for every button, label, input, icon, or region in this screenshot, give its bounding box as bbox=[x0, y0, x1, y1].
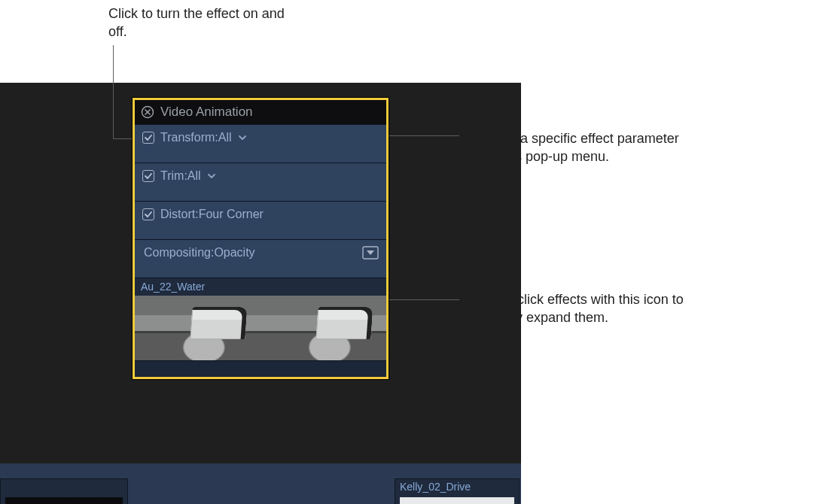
panel-header: Video Animation bbox=[135, 100, 386, 124]
effect-row-transform[interactable]: Transform:All bbox=[135, 124, 386, 162]
effect-label: Transform:All bbox=[160, 131, 232, 144]
checkbox-checked-icon[interactable] bbox=[142, 170, 154, 182]
expand-down-icon[interactable] bbox=[362, 246, 379, 260]
clip-thumbnail bbox=[64, 497, 123, 504]
clip-label: Kelly_02_Drive bbox=[400, 481, 471, 493]
effect-row-trim[interactable]: Trim:All bbox=[135, 162, 386, 201]
effect-row-distort[interactable]: Distort:Four Corner bbox=[135, 201, 386, 239]
leader-line bbox=[113, 45, 114, 138]
timeline-clip[interactable] bbox=[0, 478, 128, 504]
clip-thumbnail bbox=[400, 497, 457, 504]
clip-thumbnail bbox=[457, 497, 514, 504]
effect-label: Compositing:Opacity bbox=[144, 246, 255, 260]
svg-marker-4 bbox=[367, 250, 374, 255]
video-animation-panel: Video Animation Transform:All Trim:All bbox=[133, 98, 389, 379]
clip-label: Au_22_Water bbox=[135, 278, 386, 296]
clip-thumbnail bbox=[261, 296, 386, 360]
effect-label: Distort:Four Corner bbox=[160, 208, 264, 221]
timeline-clip[interactable]: Kelly_02_Drive bbox=[395, 478, 520, 504]
effect-label: Trim:All bbox=[160, 169, 201, 183]
clip-thumbnail bbox=[135, 296, 261, 360]
chevron-down-icon[interactable] bbox=[238, 133, 247, 142]
annotation-toggle-effect: Click to turn the effect on and off. bbox=[108, 5, 304, 41]
checkbox-checked-icon[interactable] bbox=[142, 132, 154, 144]
chevron-down-icon[interactable] bbox=[207, 172, 216, 181]
clip-thumbnail bbox=[5, 497, 64, 504]
effect-row-compositing[interactable]: Compositing:Opacity bbox=[135, 239, 386, 278]
close-icon[interactable] bbox=[141, 105, 154, 119]
panel-title: Video Animation bbox=[160, 105, 253, 120]
panel-clip-strip[interactable]: Au_22_Water bbox=[135, 278, 386, 360]
checkbox-checked-icon[interactable] bbox=[142, 208, 154, 220]
panel-bottom-band bbox=[135, 360, 386, 377]
leader-line bbox=[379, 299, 459, 300]
